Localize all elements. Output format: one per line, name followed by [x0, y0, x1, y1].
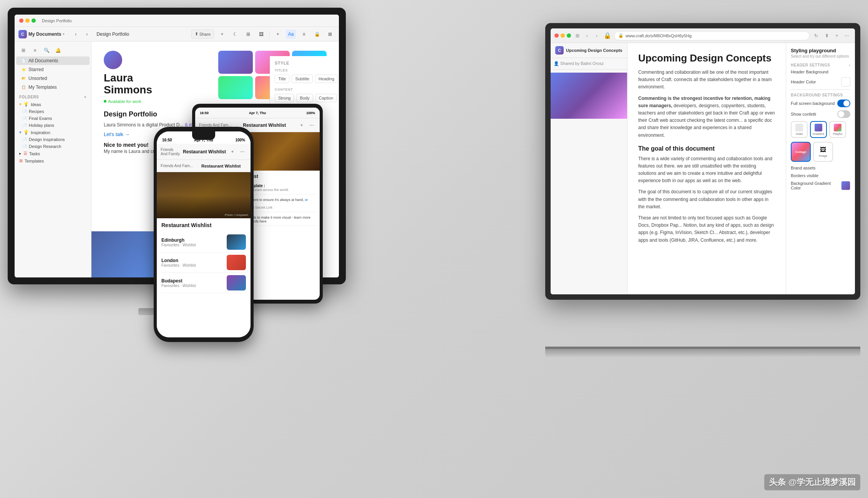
tablet-add-btn[interactable]: + — [297, 121, 306, 129]
browser-url-bar[interactable]: 🔒 www.craft.do/s/M6OH8xQsH6y5Hg — [614, 31, 810, 40]
sidebar-search[interactable]: 🔍 — [41, 46, 51, 55]
doc-title: Design Portfolio — [96, 32, 129, 37]
browser-forward-btn[interactable]: › — [592, 32, 601, 40]
tasks-arrow: ▸ — [19, 151, 22, 156]
sidebar-tree-ideas[interactable]: ▾ 💡 Ideas — [15, 101, 91, 108]
sidebar-templates[interactable]: 📋 My Templates — [16, 83, 90, 91]
confetti-label: Show confetti — [791, 112, 816, 116]
bg-gradient-color-label: Background Gradient Color — [791, 181, 841, 190]
lock-button[interactable]: 🔒 — [312, 30, 322, 39]
browser-reload-btn[interactable]: ↻ — [812, 32, 820, 40]
image-opt-icon: 🖼 — [820, 146, 826, 153]
styling-collage-option[interactable]: Collage — [791, 142, 811, 162]
expand-button[interactable]: ⊠ — [325, 30, 335, 39]
phone-list-item-london[interactable]: London Favourites · Wishlist — [161, 252, 246, 273]
browser-max[interactable] — [567, 33, 571, 38]
browser-min[interactable] — [561, 33, 565, 38]
sidebar-tree-tasks[interactable]: ▸ ☰ Tasks — [15, 150, 91, 157]
app-title: My Documents — [28, 32, 61, 37]
maximize-button[interactable] — [32, 18, 36, 23]
share-button[interactable]: ⬆ Share — [191, 30, 214, 39]
phone-budapest-sub: Favourites · Wishlist — [161, 284, 224, 288]
moon-icon-button[interactable]: ☾ — [230, 30, 240, 39]
bg-gradient-swatch[interactable] — [841, 181, 850, 190]
sidebar-icon-1[interactable]: ⊞ — [18, 46, 28, 55]
sidebar-tree-holiday[interactable]: 📄 Holiday plans — [15, 122, 91, 129]
back-button[interactable]: ‹ — [71, 30, 81, 39]
window-titlebar: Design Portfolio — [15, 15, 339, 27]
share-icon: ⬆ — [195, 32, 198, 37]
starred-icon: ⭐ — [21, 67, 26, 72]
borders-label: Borders visible — [791, 173, 818, 178]
plus-icon-button[interactable]: + — [217, 30, 227, 39]
styling-image-option[interactable]: 🖼 Image — [813, 142, 833, 162]
browser-doc: Upcoming Design Concepts Commenting and … — [627, 43, 786, 294]
dropdown-icon[interactable]: ▾ — [63, 32, 65, 36]
browser-grid-btn[interactable]: ⊞ — [573, 32, 582, 40]
sidebar-tree-templates[interactable]: ⊞ Templates — [15, 157, 91, 164]
add-folder-button[interactable]: + — [84, 95, 86, 99]
styling-gradient-option[interactable]: Gradient — [810, 121, 827, 138]
laptop-screen: ⊞ ‹ › 🔒 🔒 www.craft.do/s/M6OH8xQsH6y5Hg … — [551, 28, 855, 294]
tablet-date: Apr 7, Thu — [249, 111, 266, 115]
fullscreen-toggle[interactable] — [837, 100, 850, 107]
tablet-status-bar: 16:50 Apr 7, Thu 100% — [195, 108, 320, 118]
collage-label: Collage — [795, 150, 807, 154]
url-lock-icon: 🔒 — [618, 33, 624, 38]
style-titles-group: TITLES Title Subtitle Heading — [275, 68, 334, 83]
tasks-icon: ☰ — [23, 151, 27, 156]
sidebar-tree-recipes[interactable]: 📄 Recipes — [15, 108, 91, 115]
confetti-toggle[interactable] — [837, 110, 850, 118]
style-subtitle-opt[interactable]: Subtitle — [292, 75, 313, 83]
phone-add-btn[interactable]: + — [228, 148, 237, 156]
forward-button[interactable]: › — [82, 30, 92, 39]
browser-close[interactable] — [554, 33, 559, 38]
sidebar-bell[interactable]: 🔔 — [53, 46, 63, 55]
align-button[interactable]: ≡ — [299, 30, 309, 39]
styling-solid-option[interactable]: Solid — [791, 121, 808, 138]
solid-preview — [795, 124, 803, 131]
styling-bg-style-options: Solid Gradient Playful — [791, 121, 850, 138]
plus2-button[interactable]: + — [273, 30, 283, 39]
doc-name-block: LauraSimmons — [104, 72, 214, 96]
browser-sidebar-header: C Upcoming Design Concepts — [551, 43, 627, 58]
phone-list-item-budapest[interactable]: Budapest Favourites · Wishlist — [161, 273, 246, 293]
exams-icon: 📄 — [22, 116, 27, 121]
sidebar-tree-design-res[interactable]: 📄 Design Research — [15, 143, 91, 150]
sidebar-tree-inspiration[interactable]: ▾ 💡 Inspiration — [15, 129, 91, 136]
minimize-button[interactable] — [25, 18, 30, 23]
tablet-more-btn[interactable]: ⋯ — [307, 121, 316, 129]
phone-back-label[interactable]: Friends And Family — [161, 148, 181, 156]
close-button[interactable] — [19, 18, 23, 23]
phone-more-btn[interactable]: ⋯ — [238, 148, 247, 156]
styling-brand-assets-row: Brand assets — [791, 166, 850, 170]
sidebar-icon-2[interactable]: ≡ — [30, 46, 40, 55]
browser-more-btn[interactable]: ⋯ — [843, 32, 851, 40]
phone-list-item-edinburgh[interactable]: Edinburgh Favourites · Wishlist — [161, 232, 246, 252]
phone-second-back[interactable]: Friends And Fam... — [161, 164, 193, 168]
style-button[interactable]: Aa — [286, 30, 296, 39]
browser-back-btn[interactable]: ‹ — [583, 32, 591, 40]
sidebar-tree-design-insp[interactable]: 📄 Design Inspirations — [15, 136, 91, 143]
window-toolbar: C My Documents ▾ ‹ › Design Portfolio ⬆ … — [15, 27, 339, 42]
styling-playful-option[interactable]: Playful — [829, 121, 846, 138]
sidebar-unsorted[interactable]: 📂 Unsorted — [16, 74, 90, 83]
sidebar-icon-row: ⊞ ≡ 🔍 🔔 — [15, 45, 91, 56]
header-color-swatch[interactable] — [841, 77, 850, 86]
sidebar-tree-exams[interactable]: 📄 Final Exams — [15, 115, 91, 122]
browser-add-btn[interactable]: + — [833, 32, 841, 40]
sidebar-all-docs[interactable]: 📄 All Documents — [16, 56, 90, 65]
sidebar-starred[interactable]: ⭐ Starred — [16, 65, 90, 74]
style-heading-opt[interactable]: Heading — [315, 75, 338, 83]
grid-icon-button[interactable]: ⊞ — [243, 30, 253, 39]
style-body-opt[interactable]: Body — [296, 94, 313, 102]
style-strong-opt[interactable]: Strong — [275, 94, 294, 102]
browser-share-btn[interactable]: ⬆ — [823, 32, 831, 40]
styling-separator — [791, 90, 850, 90]
style-title-opt[interactable]: Title — [275, 75, 289, 83]
style-caption-opt[interactable]: Caption — [315, 94, 337, 102]
phone-london-content: London Favourites · Wishlist — [161, 258, 224, 267]
image-icon-button[interactable]: 🖼 — [256, 30, 266, 39]
doc-left: LauraSimmons Available for work — [104, 51, 214, 104]
sidebar: ⊞ ≡ 🔍 🔔 📄 All Documents ⭐ Starred — [15, 42, 91, 277]
